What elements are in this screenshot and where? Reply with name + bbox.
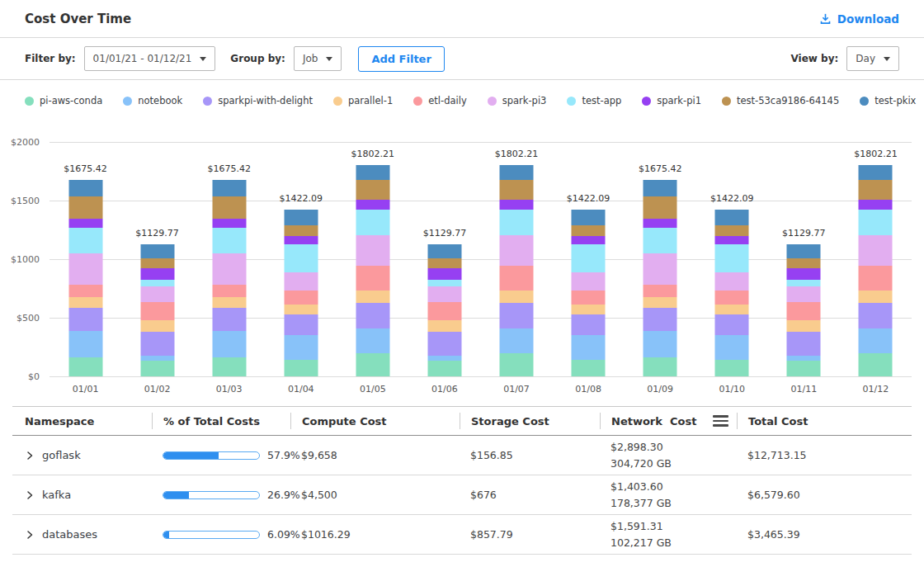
add-filter-button[interactable]: Add Filter [358,46,444,72]
bar-segment-parallel-1[interactable] [140,320,174,332]
bar-segment-pi-aws-conda[interactable] [427,361,461,376]
bar-segment-sparkpi-with-delight[interactable] [212,308,246,331]
legend-item-spark-pi1[interactable]: spark-pi1 [642,95,701,106]
table-row-databases[interactable]: databases6.09%$1016.29$857.79$1,591.3110… [12,515,912,555]
bar-segment-pi-aws-conda[interactable] [284,360,318,376]
bar-segment-parallel-1[interactable] [715,305,749,314]
bar-segment-test-pkix[interactable] [500,165,534,180]
bar-segment-test-pkix[interactable] [427,244,461,259]
bar-segment-test-app[interactable] [212,228,246,253]
bar-segment-test-app[interactable] [572,244,606,272]
bar-segment-test-pkix[interactable] [715,210,749,224]
bar-segment-spark-pi3[interactable] [140,286,174,301]
bar-segment-spark-pi3[interactable] [644,253,677,285]
bar-segment-spark-pi3[interactable] [427,286,461,301]
stacked-bar-01/02[interactable] [140,244,174,376]
bar-segment-test-53ca9186-64145[interactable] [68,196,102,219]
bar-segment-spark-pi1[interactable] [644,219,677,228]
bar-segment-spark-pi1[interactable] [859,200,893,210]
bar-segment-test-pkix[interactable] [644,180,677,196]
bar-segment-pi-aws-conda[interactable] [572,360,606,376]
bar-segment-sparkpi-with-delight[interactable] [68,308,102,331]
bar-segment-spark-pi1[interactable] [787,268,821,279]
table-row-goflask[interactable]: goflask57.9%$9,658$156.85$2,898.30304,72… [12,436,912,475]
bar-segment-parallel-1[interactable] [212,297,246,308]
bar-segment-spark-pi3[interactable] [859,235,893,266]
bar-segment-pi-aws-conda[interactable] [644,357,677,376]
bar-segment-test-app[interactable] [356,210,389,235]
bar-segment-parallel-1[interactable] [644,297,677,308]
group-by-select[interactable]: Job [294,46,342,71]
bar-segment-parallel-1[interactable] [572,305,606,314]
legend-item-test-app[interactable]: test-app [567,95,621,106]
bar-segment-test-53ca9186-64145[interactable] [859,180,893,200]
stacked-bar-01/11[interactable] [787,244,821,376]
view-by-select[interactable]: Day [846,46,899,71]
bar-segment-spark-pi3[interactable] [68,253,102,285]
download-button[interactable]: Download [819,12,899,26]
bar-segment-notebook[interactable] [68,331,102,357]
bar-segment-spark-pi1[interactable] [68,219,102,228]
bar-segment-test-app[interactable] [140,280,174,286]
bar-segment-sparkpi-with-delight[interactable] [500,303,534,329]
bar-segment-pi-aws-conda[interactable] [859,353,893,376]
stacked-bar-01/10[interactable] [715,210,749,376]
bar-segment-test-53ca9186-64145[interactable] [356,180,389,200]
bar-segment-spark-pi3[interactable] [212,253,246,285]
expand-row-chevron-icon[interactable] [25,490,35,500]
bar-segment-test-pkix[interactable] [572,210,606,224]
bar-segment-test-pkix[interactable] [859,165,893,180]
legend-item-notebook[interactable]: notebook [123,95,182,106]
table-row-kafka[interactable]: kafka26.9%$4,500$676$1,403.60178,377 GB$… [12,475,912,515]
bar-segment-notebook[interactable] [500,328,534,353]
bar-segment-spark-pi3[interactable] [284,272,318,291]
bar-segment-spark-pi1[interactable] [500,200,534,210]
bar-segment-pi-aws-conda[interactable] [715,360,749,376]
stacked-bar-01/09[interactable] [644,180,677,376]
bar-segment-spark-pi3[interactable] [715,272,749,291]
bar-segment-parallel-1[interactable] [859,291,893,303]
bar-segment-test-53ca9186-64145[interactable] [572,225,606,237]
bar-segment-pi-aws-conda[interactable] [356,353,389,376]
bar-segment-notebook[interactable] [859,328,893,353]
bar-segment-parallel-1[interactable] [284,305,318,314]
bar-segment-sparkpi-with-delight[interactable] [427,332,461,355]
legend-item-etl-daily[interactable]: etl-daily [413,95,466,106]
bar-segment-test-53ca9186-64145[interactable] [212,196,246,219]
bar-segment-test-53ca9186-64145[interactable] [284,225,318,237]
stacked-bar-01/12[interactable] [859,165,893,376]
bar-segment-spark-pi1[interactable] [715,236,749,243]
bar-segment-test-pkix[interactable] [68,180,102,196]
column-menu-icon[interactable] [713,413,728,428]
bar-segment-etl-daily[interactable] [644,285,677,297]
bar-segment-notebook[interactable] [356,328,389,353]
bar-segment-notebook[interactable] [715,335,749,360]
bar-segment-test-53ca9186-64145[interactable] [787,258,821,268]
bar-segment-spark-pi1[interactable] [284,236,318,243]
bar-segment-etl-daily[interactable] [68,285,102,297]
bar-segment-spark-pi3[interactable] [356,235,389,266]
bar-segment-test-pkix[interactable] [284,210,318,224]
bar-segment-test-pkix[interactable] [212,180,246,196]
bar-segment-parallel-1[interactable] [356,291,389,303]
bar-segment-test-app[interactable] [715,244,749,272]
bar-segment-test-app[interactable] [427,280,461,286]
bar-segment-spark-pi3[interactable] [787,286,821,301]
bar-segment-etl-daily[interactable] [356,266,389,291]
bar-segment-etl-daily[interactable] [715,291,749,305]
bar-segment-pi-aws-conda[interactable] [140,361,174,376]
bar-segment-sparkpi-with-delight[interactable] [644,308,677,331]
bar-segment-test-app[interactable] [787,280,821,286]
bar-segment-etl-daily[interactable] [787,302,821,320]
bar-segment-test-pkix[interactable] [140,244,174,259]
stacked-bar-01/03[interactable] [212,180,246,376]
stacked-bar-01/01[interactable] [68,180,102,376]
stacked-bar-01/07[interactable] [500,165,534,376]
bar-segment-test-app[interactable] [644,228,677,253]
bar-segment-parallel-1[interactable] [427,320,461,332]
bar-segment-test-53ca9186-64145[interactable] [500,180,534,200]
bar-segment-sparkpi-with-delight[interactable] [284,314,318,335]
bar-segment-pi-aws-conda[interactable] [500,353,534,376]
bar-segment-sparkpi-with-delight[interactable] [356,303,389,329]
expand-row-chevron-icon[interactable] [25,530,35,540]
